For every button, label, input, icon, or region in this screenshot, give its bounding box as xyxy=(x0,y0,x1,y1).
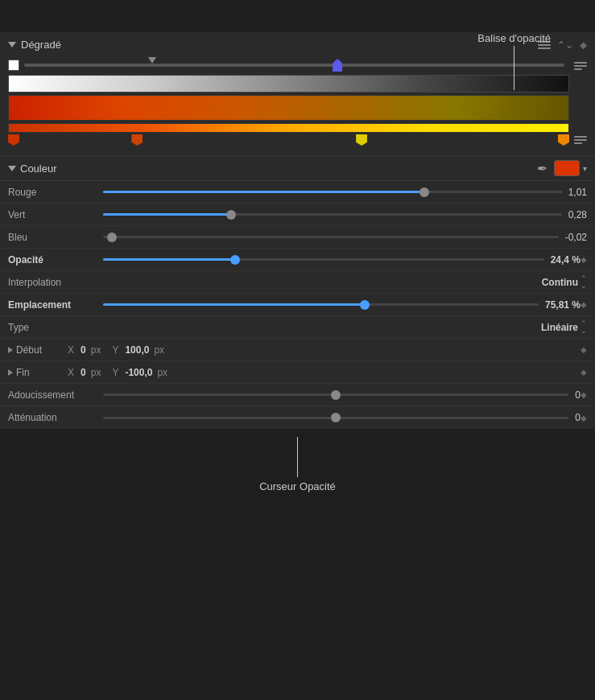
fin-row: Fin X 0 px Y -100,0 px ◆ xyxy=(0,361,595,384)
attenuation-slider-thumb[interactable] xyxy=(331,413,341,422)
fin-y-label: Y xyxy=(112,367,118,378)
debut-y-label: Y xyxy=(112,344,118,356)
debut-x-value: 0 xyxy=(81,344,86,356)
type-value: Linéaire xyxy=(541,322,578,333)
gradient-bar-orange-yellow[interactable] xyxy=(8,123,569,133)
bleu-slider-thumb[interactable] xyxy=(107,233,117,242)
rouge-value: 1,01 xyxy=(568,187,587,198)
vert-slider[interactable] xyxy=(103,213,562,216)
degrade-collapse-icon[interactable] xyxy=(8,42,16,47)
adoucissement-value: 0 xyxy=(575,389,581,401)
opacite-row: Opacité 24,4 % ◆ xyxy=(0,249,595,271)
eyedropper-icon[interactable]: ✒ xyxy=(537,161,547,176)
cursor-annotation: Curseur Opacité xyxy=(0,437,595,500)
debut-y-value: 100,0 xyxy=(125,344,149,356)
fin-x-label: X xyxy=(68,367,74,378)
debut-x-label: X xyxy=(68,344,74,356)
emplacement-slider-fill xyxy=(103,303,365,306)
rouge-slider-fill xyxy=(103,191,424,193)
bleu-value: -0,02 xyxy=(565,232,587,243)
gradient-stacked-lines-bottom[interactable] xyxy=(574,136,587,144)
emplacement-slider-thumb[interactable] xyxy=(360,300,370,310)
fin-x-unit: px xyxy=(91,367,101,378)
attenuation-diamond-icon[interactable]: ◆ xyxy=(581,414,587,422)
adoucissement-slider[interactable] xyxy=(103,393,568,396)
color-stop-yellow[interactable] xyxy=(356,134,367,146)
fin-x-value: 0 xyxy=(81,367,86,378)
opacite-slider-fill xyxy=(103,258,235,261)
opacite-slider-thumb[interactable] xyxy=(230,255,240,265)
gradient-bar-color[interactable] xyxy=(8,95,569,121)
opacite-diamond-icon[interactable]: ◆ xyxy=(581,255,587,264)
fin-label-group: Fin xyxy=(8,367,64,378)
bleu-label: Bleu xyxy=(8,232,97,243)
fin-expand-icon[interactable] xyxy=(8,369,13,376)
emplacement-value: 75,81 % xyxy=(545,299,581,311)
interpolation-select[interactable]: Continu ⌃⌄ xyxy=(542,275,587,290)
gradient-stacked-lines-top[interactable] xyxy=(574,62,587,70)
debut-diamond-icon[interactable]: ◆ xyxy=(581,345,587,354)
rouge-label: Rouge xyxy=(8,187,97,198)
type-select[interactable]: Linéaire ⌃⌄ xyxy=(541,320,587,335)
attenuation-value: 0 xyxy=(575,412,581,423)
vert-slider-fill xyxy=(103,213,231,216)
opacity-stop-shape[interactable] xyxy=(333,59,342,72)
interpolation-value: Continu xyxy=(542,277,578,288)
opacity-small-stop[interactable] xyxy=(148,57,156,64)
debut-label-group: Début xyxy=(8,344,64,356)
adoucissement-diamond-icon[interactable]: ◆ xyxy=(581,390,587,399)
emplacement-diamond-icon[interactable]: ◆ xyxy=(581,300,587,309)
cursor-annotation-label: Curseur Opacité xyxy=(259,480,336,492)
couleur-title-group: Couleur xyxy=(8,163,57,175)
type-label: Type xyxy=(8,322,97,333)
bleu-slider[interactable] xyxy=(103,236,559,238)
rouge-row: Rouge 1,01 xyxy=(0,181,595,204)
interpolation-row: Interpolation Continu ⌃⌄ xyxy=(0,271,595,294)
opacite-slider[interactable] xyxy=(103,258,544,261)
type-row: Type Linéaire ⌃⌄ xyxy=(0,316,595,339)
color-swatch[interactable] xyxy=(554,160,580,176)
interpolation-chevron-icon[interactable]: ⌃⌄ xyxy=(581,275,587,290)
vert-slider-thumb[interactable] xyxy=(226,210,236,220)
opacity-tag-line xyxy=(514,46,514,90)
vert-value: 0,28 xyxy=(568,209,587,220)
color-stop-mid[interactable] xyxy=(131,134,143,146)
emplacement-slider[interactable] xyxy=(103,303,539,306)
rouge-slider-thumb[interactable] xyxy=(419,187,429,197)
type-chevron-icon[interactable]: ⌃⌄ xyxy=(581,320,587,335)
degrade-title: Dégradé xyxy=(21,39,61,51)
gradient-side-icons xyxy=(574,57,587,149)
emplacement-label: Emplacement xyxy=(8,299,97,311)
color-swatch-dropdown-icon[interactable]: ▾ xyxy=(583,164,587,173)
white-square-icon[interactable] xyxy=(8,60,19,71)
fin-label: Fin xyxy=(16,367,30,378)
vert-row: Vert 0,28 xyxy=(0,204,595,226)
attenuation-slider[interactable] xyxy=(103,417,568,419)
fin-y-value: -100,0 xyxy=(125,367,152,378)
color-stop-right[interactable] xyxy=(558,134,569,146)
vert-label: Vert xyxy=(8,209,97,220)
opacity-stop-handle[interactable] xyxy=(333,59,342,72)
fin-diamond-icon[interactable]: ◆ xyxy=(581,368,587,377)
cursor-annotation-line xyxy=(297,437,298,477)
fin-y-unit: px xyxy=(157,367,167,378)
couleur-title: Couleur xyxy=(20,163,57,175)
couleur-collapse-icon[interactable] xyxy=(8,166,16,171)
rouge-slider[interactable] xyxy=(103,191,562,193)
interpolation-label: Interpolation xyxy=(8,277,97,288)
opacity-tag-annotation: Balise d'opacité xyxy=(477,32,551,90)
diamond-header-icon[interactable]: ◆ xyxy=(580,39,587,51)
debut-expand-icon[interactable] xyxy=(8,347,13,353)
main-container: Balise d'opacité Dégradé ⌃⌄ ◆ xyxy=(0,32,595,500)
debut-x-unit: px xyxy=(91,344,101,356)
opacite-value: 24,4 % xyxy=(551,254,581,266)
degrade-title-group: Dégradé xyxy=(8,39,61,51)
color-stop-left[interactable] xyxy=(8,134,19,146)
debut-row: Début X 0 px Y 100,0 px ◆ xyxy=(0,339,595,361)
color-swatch-group: ▾ xyxy=(554,160,587,176)
adoucissement-row: Adoucissement 0 ◆ xyxy=(0,384,595,406)
adoucissement-label: Adoucissement xyxy=(8,389,97,401)
attenuation-label: Atténuation xyxy=(8,412,97,423)
adoucissement-slider-thumb[interactable] xyxy=(331,390,341,400)
updown-chevron-icon[interactable]: ⌃⌄ xyxy=(557,39,573,51)
